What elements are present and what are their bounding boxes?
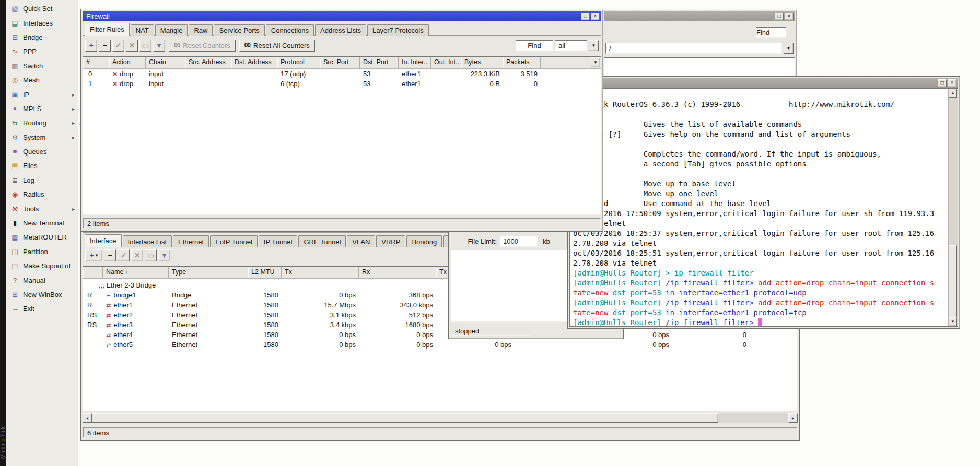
column-header-out-int[interactable]: Out. Int... <box>431 57 461 68</box>
filter-button[interactable]: ▼ <box>153 40 165 52</box>
comment-button[interactable]: ▭ <box>139 40 151 52</box>
interface-hscroll-trough[interactable] <box>92 413 788 423</box>
column-header-dst-port[interactable]: Dst. Port <box>360 57 399 68</box>
scroll-left-button[interactable]: ◂ <box>83 413 92 423</box>
close-button[interactable]: × <box>948 79 956 87</box>
interface-tab-gre-tunnel[interactable]: GRE Tunnel <box>298 235 346 247</box>
sidebar-item-partition[interactable]: ◫Partition <box>6 245 78 259</box>
interface-tab-eoip-tunnel[interactable]: EoIP Tunnel <box>210 235 258 247</box>
maximize-button[interactable]: □ <box>775 13 784 20</box>
firewall-rule-row[interactable]: 0✕dropinput17 (udp)53ether1223.3 KiB3 51… <box>83 68 601 78</box>
sidebar-item-log[interactable]: ≣Log <box>6 173 78 187</box>
column-header-name[interactable]: Name/ <box>103 267 169 278</box>
sidebar-item-interfaces[interactable]: ▤Interfaces <box>6 16 78 30</box>
column-header-action[interactable]: Action <box>109 57 146 68</box>
sidebar-item-new-terminal[interactable]: ▮New Terminal <box>6 216 78 230</box>
column-header-type[interactable]: Type <box>169 267 248 278</box>
filter-button[interactable]: ▼ <box>158 249 170 261</box>
column-header-bytes[interactable]: Bytes <box>461 57 503 68</box>
scroll-up-button[interactable]: ▲ <box>949 89 957 98</box>
disable-button[interactable]: ✕ <box>126 40 138 52</box>
path-combo-arrow-button[interactable]: ▼ <box>784 43 794 54</box>
sidebar-item-tools[interactable]: ⚒Tools▸ <box>6 201 78 216</box>
sidebar-item-manual[interactable]: ?Manual <box>6 273 78 287</box>
remove-button[interactable]: − <box>99 40 111 52</box>
sidebar-item-system[interactable]: ⚙System▸ <box>6 130 78 145</box>
background-window-titlebar[interactable]: □ × <box>604 11 795 21</box>
path-combo[interactable]: / <box>605 43 782 54</box>
firewall-tab-layer7-protocols[interactable]: Layer7 Protocols <box>367 24 429 36</box>
column-header-rx[interactable]: Rx <box>359 267 436 278</box>
interface-row[interactable]: ⇄ether4Ethernet15800 bps0 bps0 bps0 bps0 <box>83 329 797 339</box>
sidebar-item-mpls[interactable]: ✦MPLS▸ <box>6 102 78 116</box>
close-button[interactable]: × <box>785 13 794 20</box>
sidebar-item-metarouter[interactable]: ▦MetaROUTER <box>6 230 78 244</box>
column-header-packets[interactable]: Packets <box>503 57 541 68</box>
sidebar-item-files[interactable]: ▤Files <box>6 159 78 173</box>
enable-button[interactable]: ✓ <box>118 249 130 261</box>
terminal-titlebar[interactable]: □ × <box>569 78 958 88</box>
file-limit-input[interactable]: 1000 <box>500 236 538 247</box>
reset-all-counters-button[interactable]: 00 Reset All Counters <box>239 40 315 52</box>
sidebar-item-bridge[interactable]: ⊟Bridge <box>6 30 78 44</box>
column-header-in-inter[interactable]: In. Inter... <box>399 57 431 68</box>
interface-hscroll-thumb[interactable] <box>92 413 718 423</box>
sidebar-item-mesh[interactable]: ◎Mesh <box>6 73 78 87</box>
close-button[interactable]: × <box>591 13 600 20</box>
remove-button[interactable]: − <box>104 249 116 261</box>
firewall-titlebar[interactable]: Firewall □ × <box>83 11 601 21</box>
firewall-rule-row[interactable]: 1✕dropinput6 (tcp)53ether10 B0 <box>83 78 601 88</box>
firewall-tab-mangle[interactable]: Mangle <box>155 24 188 36</box>
interface-hscrollbar[interactable]: ◂ ▸ <box>83 413 798 423</box>
interface-tab-interface-list[interactable]: Interface List <box>123 235 172 247</box>
sidebar-item-exit[interactable]: →Exit <box>6 302 78 316</box>
firewall-tab-raw[interactable]: Raw <box>189 24 213 36</box>
sidebar-item-ip[interactable]: ▣IP▸ <box>6 87 78 101</box>
sidebar-item-radius[interactable]: ◉Radius <box>6 187 78 201</box>
interface-tab-ip-tunnel[interactable]: IP Tunnel <box>259 235 298 247</box>
scroll-right-button[interactable]: ▸ <box>788 413 798 423</box>
column-header-src-address[interactable]: Src. Address <box>185 57 231 68</box>
firewall-tab-nat[interactable]: NAT <box>131 24 154 36</box>
interface-tab-ethernet[interactable]: Ethernet <box>173 235 209 247</box>
sidebar-item-routing[interactable]: ⇆Routing▸ <box>6 116 78 130</box>
reset-counters-button[interactable]: 00 Reset Counters <box>169 40 236 52</box>
sidebar-item-new-winbox[interactable]: ⊞New WinBox <box>6 288 78 302</box>
column-header-l2-mtu[interactable]: L2 MTU <box>248 267 282 278</box>
column-header-src-port[interactable]: Src. Port <box>320 57 360 68</box>
maximize-button[interactable]: □ <box>581 13 590 20</box>
comment-button[interactable]: ▭ <box>145 249 157 261</box>
terminal-scrollbar[interactable]: ▲ ▼ <box>948 89 958 326</box>
interface-tab-vlan[interactable]: VLAN <box>347 235 375 247</box>
firewall-tab-address-lists[interactable]: Address Lists <box>315 24 366 36</box>
column-header-tx[interactable]: Tx <box>282 267 359 278</box>
sidebar-item-queues[interactable]: ≡Queues <box>6 145 78 159</box>
scroll-down-button[interactable]: ▼ <box>949 317 957 326</box>
sidebar-item-switch[interactable]: ▦Switch <box>6 59 78 73</box>
terminal-scroll-thumb[interactable] <box>949 245 957 321</box>
filter-combo[interactable]: all <box>555 40 587 51</box>
firewall-tab-connections[interactable]: Connections <box>266 24 314 36</box>
disable-button[interactable]: ✕ <box>131 249 143 261</box>
filter-combo-arrow-button[interactable]: ▼ <box>589 40 599 51</box>
column-header-chain[interactable]: Chain <box>146 57 185 68</box>
sidebar-item-ppp[interactable]: ∿PPP <box>6 44 78 58</box>
add-button[interactable]: +▾ <box>85 249 102 261</box>
sidebar-item-quick-set[interactable]: ▧Quick Set <box>6 2 78 16</box>
add-button[interactable]: + <box>85 40 97 52</box>
interface-tab-bonding[interactable]: Bonding <box>406 235 442 247</box>
find-box[interactable]: Find <box>756 27 786 38</box>
column-select-button[interactable]: ▼ <box>591 57 600 67</box>
maximize-button[interactable]: □ <box>938 79 947 87</box>
find-box[interactable]: Find <box>516 40 553 51</box>
interface-row[interactable]: ⇄ether5Ethernet15800 bps0 bps0 bps0 bps0 <box>83 339 797 349</box>
column-header-protocol[interactable]: Protocol <box>277 57 320 68</box>
column-header-blank[interactable] <box>83 267 103 278</box>
sidebar-item-make-supout-rif[interactable]: ▤Make Supout.rif <box>6 259 78 273</box>
column-header-dst-address[interactable]: Dst. Address <box>231 57 277 68</box>
interface-tab-vrrp[interactable]: VRRP <box>376 235 405 247</box>
enable-button[interactable]: ✓ <box>112 40 124 52</box>
firewall-tab-service-ports[interactable]: Service Ports <box>214 24 264 36</box>
column-header-blank[interactable]: # <box>83 57 109 68</box>
firewall-tab-filter-rules[interactable]: Filter Rules <box>85 23 130 36</box>
